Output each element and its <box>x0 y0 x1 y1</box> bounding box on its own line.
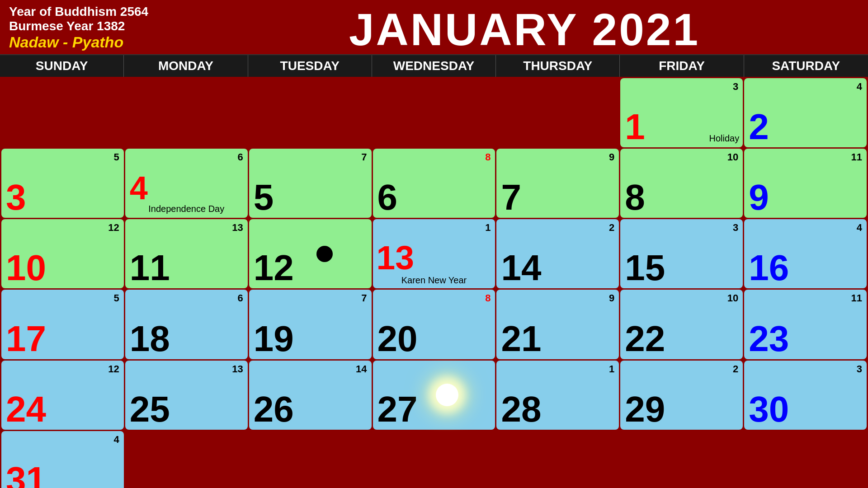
calendar-wrapper: 31Holiday425364Independence Day758697108… <box>0 77 868 488</box>
calendar-cell: 315 <box>620 219 743 288</box>
cell-burmese-number: 8 <box>485 151 491 163</box>
cell-day-number: 8 <box>625 179 645 216</box>
cell-burmese-number: 6 <box>237 151 243 163</box>
cell-day-number: 7 <box>501 179 521 216</box>
cell-burmese-number: 1 <box>485 222 491 234</box>
calendar-cell: 1210 <box>1 219 124 288</box>
cell-day-number: 17 <box>6 321 46 357</box>
day-header: THURSDAY <box>496 55 620 77</box>
calendar-cell: 119 <box>744 149 867 218</box>
calendar-cell: 719 <box>249 290 372 359</box>
cell-day-number: 26 <box>254 391 294 427</box>
cell-burmese-number: 13 <box>232 363 243 375</box>
cell-burmese-number: 12 <box>108 363 119 375</box>
cell-day-number: 30 <box>749 391 789 427</box>
calendar-cell: 330 <box>744 361 867 430</box>
cell-burmese-number: 4 <box>114 434 119 446</box>
calendar-cell: 1224 <box>1 361 124 430</box>
cell-burmese-number: 2 <box>733 363 738 375</box>
cell-day-number: 12 <box>254 250 294 286</box>
header-center: JANUARY 2021 <box>190 5 859 54</box>
calendar-cell: 618 <box>125 290 248 359</box>
cell-day-number: 2 <box>749 109 769 145</box>
calendar-cell: 75 <box>249 149 372 218</box>
cell-day-number: 23 <box>749 321 789 357</box>
cell-burmese-number: 11 <box>851 151 862 163</box>
calendar-cell <box>373 78 495 147</box>
cell-burmese-number: 10 <box>727 151 738 163</box>
calendar-cell <box>496 78 619 147</box>
cell-burmese-number: 8 <box>485 292 491 304</box>
calendar-cell: 1123 <box>744 290 867 359</box>
cell-day-number: 15 <box>625 250 665 286</box>
calendar-cell: 1426 <box>249 361 372 430</box>
cell-burmese-number: 4 <box>857 222 862 234</box>
cell-burmese-number: 7 <box>361 151 367 163</box>
cell-burmese-number: 5 <box>114 292 119 304</box>
cell-burmese-number: 12 <box>108 222 119 234</box>
calendar-cell: 1311 <box>125 219 248 288</box>
cell-day-number: 9 <box>749 179 769 216</box>
cell-day-number: 24 <box>6 391 46 427</box>
nadaw-label: Nadaw - Pyatho <box>9 33 190 51</box>
calendar-cell: 97 <box>496 149 619 218</box>
cell-burmese-number: 2 <box>609 222 614 234</box>
cell-day-number: 4 <box>130 172 148 204</box>
cell-burmese-number: 1 <box>609 363 614 375</box>
cell-burmese-number: 10 <box>727 292 738 304</box>
calendar-cell <box>744 431 867 488</box>
day-headers: SUNDAYMONDAYTUESDAYWEDNESDAYTHURSDAYFRID… <box>0 54 868 77</box>
header-left: Year of Buddhism 2564 Burmese Year 1382 … <box>9 5 190 51</box>
calendar-cell: 113Karen New Year <box>373 219 495 288</box>
cell-day-number: 14 <box>501 250 541 286</box>
calendar-cell: 820 <box>373 290 495 359</box>
calendar-cell: 921 <box>496 290 619 359</box>
cell-burmese-number: 5 <box>114 151 119 163</box>
cell-burmese-number: 3 <box>857 363 862 375</box>
calendar-cell: 229 <box>620 361 743 430</box>
cell-day-number: 13 <box>377 241 414 275</box>
cell-day-number: 16 <box>749 250 789 286</box>
calendar-cell: 27 <box>373 361 495 430</box>
buddhism-year: Year of Buddhism 2564 <box>9 5 190 19</box>
cell-day-number: 5 <box>254 179 274 216</box>
cell-day-number: 28 <box>501 391 541 427</box>
calendar-cell: 1325 <box>125 361 248 430</box>
cell-note: Independence Day <box>129 204 244 214</box>
cell-day-number: 21 <box>501 321 541 357</box>
month-title: JANUARY 2021 <box>190 5 859 54</box>
cell-burmese-number: 6 <box>237 292 243 304</box>
calendar-cell: 517 <box>1 290 124 359</box>
day-header: SATURDAY <box>744 55 868 77</box>
cell-burmese-number: 9 <box>609 292 614 304</box>
calendar-cell: 431 <box>1 431 124 488</box>
cell-day-number: 22 <box>625 321 665 357</box>
day-header: FRIDAY <box>620 55 744 77</box>
calendar-cell <box>249 431 372 488</box>
calendar-cell <box>125 431 248 488</box>
day-header: MONDAY <box>124 55 248 77</box>
burmese-year: Burmese Year 1382 <box>9 19 190 33</box>
calendar-grid: 31Holiday425364Independence Day758697108… <box>0 77 868 488</box>
cell-burmese-number: 14 <box>356 363 367 375</box>
cell-day-number: 31 <box>6 462 46 488</box>
calendar-cell <box>1 78 124 147</box>
calendar-cell: 12 <box>249 219 372 288</box>
calendar-cell: 416 <box>744 219 867 288</box>
calendar-cell: 1022 <box>620 290 743 359</box>
cell-day-number: 6 <box>377 179 398 216</box>
cell-day-number: 10 <box>6 250 46 286</box>
cell-day-number: 27 <box>377 391 418 427</box>
calendar-cell <box>620 431 743 488</box>
calendar-cell: 42 <box>744 78 867 147</box>
cell-day-number: 11 <box>130 250 170 286</box>
calendar-cell <box>249 78 372 147</box>
calendar-cell: 53 <box>1 149 124 218</box>
calendar-cell: 108 <box>620 149 743 218</box>
cell-day-number: 19 <box>254 321 294 357</box>
calendar-cell <box>125 78 248 147</box>
calendar-cell: 64Independence Day <box>125 149 248 218</box>
cell-holiday-label: Holiday <box>709 133 739 144</box>
page-header: Year of Buddhism 2564 Burmese Year 1382 … <box>0 0 868 54</box>
cell-burmese-number: 7 <box>361 292 367 304</box>
